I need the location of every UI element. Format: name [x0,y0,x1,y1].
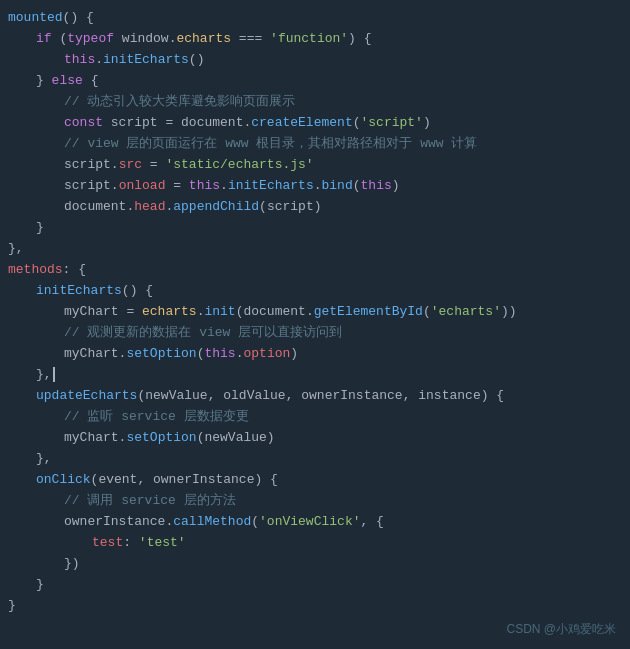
code-line: // 监听 service 层数据变更 [0,407,630,428]
token: echarts [176,31,231,46]
line-content: // 监听 service 层数据变更 [8,407,618,428]
token: createElement [251,115,352,130]
token: const [64,115,103,130]
code-line: }, [0,239,630,260]
line-content: }, [8,365,618,386]
token: ( [353,115,361,130]
token: . [111,157,119,172]
line-content: const script = document.createElement('s… [8,113,618,134]
token: 'echarts' [431,304,501,319]
line-content: myChart.setOption(newValue) [8,428,618,449]
line-content: } [8,596,618,617]
code-line: } else { [0,71,630,92]
token: 'static/echarts.js' [165,157,313,172]
token: typeof [67,31,114,46]
token: init [204,304,235,319]
token: this [189,178,220,193]
token: // view 层的页面运行在 www 根目录，其相对路径相对于 www 计算 [64,136,477,151]
code-line: mounted() { [0,8,630,29]
token: ) { [348,31,371,46]
line-content: if (typeof window.echarts === 'function'… [8,29,618,50]
line-content: // 观测更新的数据在 view 层可以直接访问到 [8,323,618,344]
token: updateEcharts [36,388,137,403]
token: // 调用 service 层的方法 [64,493,236,508]
token: this [64,52,95,67]
line-content: script.src = 'static/echarts.js' [8,155,618,176]
token: myChart [64,430,119,445]
code-line: } [0,575,630,596]
token: src [119,157,142,172]
code-line: methods: { [0,260,630,281]
token: mounted [8,10,63,25]
line-content: // 动态引入较大类库避免影响页面展示 [8,92,618,113]
token: (event, ownerInstance) { [91,472,278,487]
code-line: } [0,596,630,617]
token: ( [423,304,431,319]
code-line: const script = document.createElement('s… [0,113,630,134]
code-line: updateEcharts(newValue, oldValue, ownerI… [0,386,630,407]
token: }, [36,451,52,466]
line-content: } [8,575,618,596]
token: else [52,73,83,88]
code-line: onClick(event, ownerInstance) { [0,470,630,491]
line-content: document.head.appendChild(script) [8,197,618,218]
token: setOption [126,430,196,445]
token: (script) [259,199,321,214]
token: }, [36,367,52,382]
token: . [220,178,228,193]
token: initEcharts [36,283,122,298]
token: script [64,157,111,172]
code-line: myChart = echarts.init(document.getEleme… [0,302,630,323]
line-content: script.onload = this.initEcharts.bind(th… [8,176,618,197]
code-container: mounted() {if (typeof window.echarts ===… [0,0,630,649]
line-content: }, [8,239,618,260]
token: window. [114,31,176,46]
token: initEcharts [228,178,314,193]
token: if [36,31,52,46]
code-line: myChart.setOption(newValue) [0,428,630,449]
code-line: // 观测更新的数据在 view 层可以直接访问到 [0,323,630,344]
token: onload [119,178,166,193]
token: )) [501,304,517,319]
code-line: } [0,218,630,239]
code-line: test: 'test' [0,533,630,554]
token: methods [8,262,63,277]
token: } [36,220,44,235]
code-line: this.initEcharts() [0,50,630,71]
line-content: methods: { [8,260,618,281]
token: = [142,157,165,172]
token: ( [52,31,68,46]
token: ) [392,178,400,193]
token: } [8,598,16,613]
code-line: }) [0,554,630,575]
code-line: // view 层的页面运行在 www 根目录，其相对路径相对于 www 计算 [0,134,630,155]
line-content: } [8,218,618,239]
token: head [134,199,165,214]
token: appendChild [173,199,259,214]
token: 'function' [270,31,348,46]
token: === [231,31,270,46]
token: initEcharts [103,52,189,67]
token: } [36,577,44,592]
line-content: } else { [8,71,618,92]
line-content: // 调用 service 层的方法 [8,491,618,512]
token: onClick [36,472,91,487]
token: }, [8,241,24,256]
line-content: updateEcharts(newValue, oldValue, ownerI… [8,386,618,407]
token: () [189,52,205,67]
token: script [64,178,111,193]
code-line: ownerInstance.callMethod('onViewClick', … [0,512,630,533]
token: test [92,535,123,550]
token: setOption [126,346,196,361]
watermark: CSDN @小鸡爱吃米 [506,620,616,639]
code-line: document.head.appendChild(script) [0,197,630,218]
line-content: test: 'test' [8,533,618,554]
line-content: initEcharts() { [8,281,618,302]
token: : { [63,262,86,277]
token: { [83,73,99,88]
token: script [103,115,165,130]
token: document [64,199,126,214]
token: getElementById [314,304,423,319]
token [53,367,55,382]
token: . [314,178,322,193]
